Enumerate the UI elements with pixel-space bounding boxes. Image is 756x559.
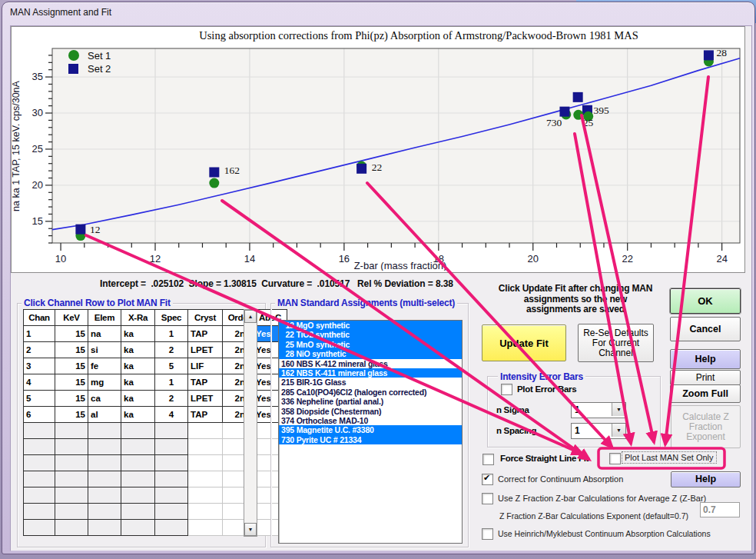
col-header-cryst[interactable]: Cryst [188, 310, 223, 326]
error-bars-group-title: Intensity Error Bars [498, 371, 585, 382]
help2-button[interactable]: Help [671, 471, 741, 487]
scroll-up-icon[interactable]: ▲ [244, 310, 257, 323]
svg-text:35: 35 [32, 71, 43, 82]
col-header-chan[interactable]: Chan [24, 310, 55, 326]
fit-statistics: Intercept = .025102 Slope = 1.30815 Curv… [100, 278, 453, 289]
col-header-kev[interactable]: KeV [55, 310, 88, 326]
use-heinrich-checkbox[interactable] [482, 528, 493, 540]
scroll-down-icon[interactable]: ▼ [244, 523, 257, 536]
point-set1[interactable] [209, 178, 219, 188]
point-label: 25 [583, 117, 594, 128]
point-label: 12 [90, 224, 101, 235]
col-header-elem[interactable]: Elem [88, 310, 121, 326]
assignment-item[interactable]: 374 Orthoclase MAD-10 [279, 416, 462, 425]
svg-text:14: 14 [244, 253, 255, 265]
help-button[interactable]: Help [670, 349, 741, 369]
assignment-item[interactable]: 160 NBS K-412 mineral glass [279, 359, 462, 368]
print-button[interactable]: Print [670, 370, 741, 385]
point-label: 395 [593, 105, 609, 116]
svg-text:20: 20 [32, 179, 43, 191]
n-sigma-dropdown[interactable]: 1 ▼ [571, 402, 626, 418]
point-set2[interactable] [559, 107, 569, 117]
use-z-fraction-label: Use Z Fraction Z-bar Calculations for Av… [498, 494, 706, 503]
point-set1[interactable] [573, 110, 583, 120]
point-label: 28 [716, 47, 727, 58]
point-set2[interactable] [573, 92, 583, 102]
svg-text:30: 30 [32, 107, 43, 118]
force-straight-line-checkbox[interactable] [482, 454, 494, 465]
use-z-fraction-checkbox[interactable] [482, 493, 493, 504]
assignment-item[interactable]: 358 Diopside (Chesterman) [279, 407, 462, 416]
update-fit-button[interactable]: Update Fit [482, 324, 566, 361]
chevron-down-icon[interactable]: ▼ [612, 424, 625, 437]
assignment-item[interactable]: 285 Ca10(PO4)6Cl2 (halogen corrected) [279, 388, 462, 397]
assignment-item[interactable]: 12 MgO synthetic [279, 321, 462, 330]
svg-text:15: 15 [32, 215, 43, 227]
svg-text:Set 1: Set 1 [88, 50, 111, 62]
correct-continuum-checkbox[interactable] [482, 474, 493, 485]
assignment-item[interactable]: 336 Nepheline (partial anal.) [279, 397, 462, 406]
svg-text:12: 12 [150, 253, 161, 265]
svg-text:10: 10 [55, 253, 66, 265]
plot-error-bars-label: Plot Error Bars [517, 384, 576, 394]
point-label: 162 [224, 165, 240, 176]
screen: MAN Assignment and Fit 10121416182022241… [0, 0, 756, 559]
assignment-item[interactable]: 28 NiO synthetic [279, 349, 462, 358]
calculate-z-fraction-button[interactable]: Calculate Z Fraction Exponent [671, 405, 741, 448]
window-title: MAN Assignment and Fit [10, 7, 111, 18]
plot-last-man-set-checkbox[interactable] [609, 453, 621, 464]
svg-text:25: 25 [32, 143, 43, 155]
channel-table-scrollbar[interactable]: ▲ ▼ [244, 309, 257, 537]
channel-group-title: Click Channel Row to Plot MAN Fit [22, 298, 173, 308]
plot-last-man-set-label: Plot Last MAN Set Only [622, 452, 716, 463]
point-label: 730 [546, 117, 562, 128]
z-fraction-exponent-input[interactable]: 0.7 [700, 502, 740, 517]
point-set2[interactable] [75, 225, 85, 235]
point-label: 22 [372, 161, 383, 173]
assignment-item[interactable]: 22 TiO2 synthetic [279, 330, 462, 339]
svg-text:Set 2: Set 2 [88, 63, 111, 75]
col-header-spec[interactable]: Spec [155, 310, 188, 326]
n-sigma-label: n Sigma [496, 405, 529, 414]
ok-button[interactable]: OK [670, 288, 741, 314]
man-fit-chart: 10121416182022241520253035Using absorpti… [11, 26, 745, 273]
assignment-item[interactable]: 395 Magnetite U.C. #3380 [279, 425, 462, 434]
z-fraction-exponent-label: Z Fraction Z-Bar Calculations Exponent (… [499, 511, 688, 521]
svg-text:Using absorption corrections f: Using absorption corrections from Phi(pz… [199, 29, 638, 42]
svg-text:16: 16 [339, 253, 350, 265]
svg-text:20: 20 [528, 253, 539, 265]
n-spacing-dropdown[interactable]: 1 ▼ [571, 423, 626, 439]
svg-text:Z-bar (mass fraction): Z-bar (mass fraction) [354, 260, 447, 271]
cancel-button[interactable]: Cancel [670, 317, 741, 341]
assignments-group-title: MAN Standard Assignments (multi-select) [275, 298, 457, 308]
point-set2[interactable] [209, 168, 219, 178]
svg-text:22: 22 [622, 253, 632, 265]
point-set2[interactable] [356, 164, 366, 174]
plot-error-bars-checkbox[interactable] [501, 384, 512, 395]
assignment-item[interactable]: 215 BIR-1G Glass [279, 378, 462, 387]
col-header-x-ra[interactable]: X-Ra [121, 310, 155, 326]
reset-defaults-button[interactable]: Re-Set Defaults For Current Channel [578, 324, 654, 362]
svg-text:24: 24 [716, 253, 727, 265]
chart-svg: 10121416182022241520253035Using absorpti… [12, 27, 743, 271]
assignment-item[interactable]: 730 Pyrite UC # 21334 [279, 435, 462, 444]
correct-continuum-label: Correct for Continuum Absorption [498, 474, 623, 484]
zoom-full-button[interactable]: Zoom Full [670, 384, 741, 403]
update-fit-note: Click Update Fit after changing MAN assi… [486, 284, 665, 315]
use-heinrich-label: Use Heinrich/Myklebust Continuum Absorpt… [498, 529, 711, 538]
assignment-item[interactable]: 162 NBS K-411 mineral glass [279, 368, 462, 378]
assignment-item[interactable]: 25 MnO synthetic [279, 340, 462, 349]
point-set2[interactable] [704, 50, 714, 60]
assignments-listbox[interactable]: 12 MgO synthetic 22 TiO2 synthetic 25 Mn… [278, 320, 463, 544]
chevron-down-icon[interactable]: ▼ [612, 403, 625, 416]
n-spacing-label: n Spacing [496, 426, 536, 435]
force-straight-line-label: Force Straight Line Fit [500, 454, 589, 463]
svg-text:na ka 1 TAP, 15 keV. cps/30nA: na ka 1 TAP, 15 keV. cps/30nA [12, 80, 22, 211]
